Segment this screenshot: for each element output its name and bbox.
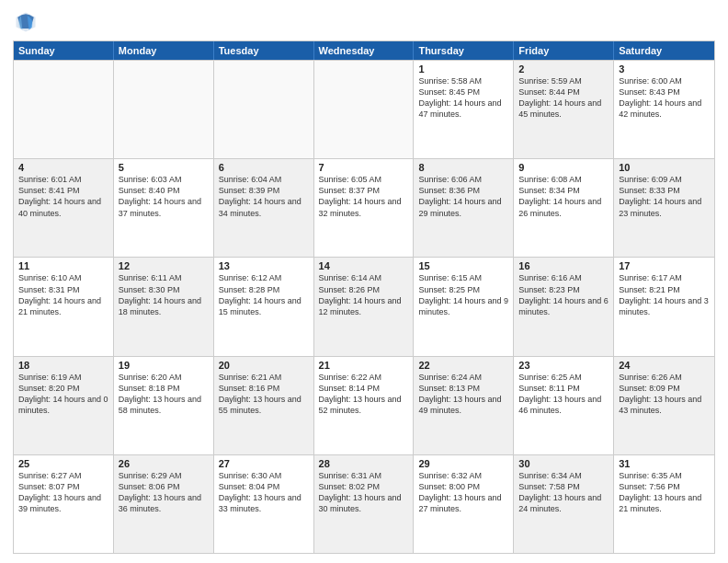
calendar-cell: 5Sunrise: 6:03 AM Sunset: 8:40 PM Daylig… [114, 159, 214, 257]
cell-info: Sunrise: 5:59 AM Sunset: 8:44 PM Dayligh… [518, 75, 609, 121]
calendar-cell: 19Sunrise: 6:20 AM Sunset: 8:18 PM Dayli… [114, 357, 214, 454]
cell-info: Sunrise: 6:10 AM Sunset: 8:31 PM Dayligh… [18, 272, 108, 317]
day-number: 23 [518, 360, 609, 371]
cell-info: Sunrise: 6:12 AM Sunset: 8:28 PM Dayligh… [219, 272, 309, 317]
cell-info: Sunrise: 6:05 AM Sunset: 8:37 PM Dayligh… [319, 174, 409, 219]
cell-info: Sunrise: 6:14 AM Sunset: 8:26 PM Dayligh… [319, 272, 409, 317]
day-number: 9 [518, 162, 609, 173]
day-number: 20 [219, 360, 309, 371]
cell-info: Sunrise: 6:30 AM Sunset: 8:04 PM Dayligh… [219, 470, 309, 515]
day-number: 1 [418, 63, 508, 75]
day-number: 10 [619, 162, 710, 173]
calendar-cell: 16Sunrise: 6:16 AM Sunset: 8:23 PM Dayli… [514, 258, 614, 355]
calendar-cell: 24Sunrise: 6:26 AM Sunset: 8:09 PM Dayli… [614, 357, 714, 454]
day-number: 30 [518, 458, 609, 469]
day-number: 28 [319, 458, 409, 469]
cell-info: Sunrise: 5:58 AM Sunset: 8:45 PM Dayligh… [418, 75, 508, 121]
cell-info: Sunrise: 6:01 AM Sunset: 8:41 PM Dayligh… [18, 174, 108, 219]
cell-info: Sunrise: 6:26 AM Sunset: 8:09 PM Dayligh… [619, 372, 710, 417]
cell-info: Sunrise: 6:03 AM Sunset: 8:40 PM Dayligh… [119, 174, 209, 219]
calendar-cell: 4Sunrise: 6:01 AM Sunset: 8:41 PM Daylig… [14, 159, 114, 257]
calendar-cell: 9Sunrise: 6:08 AM Sunset: 8:34 PM Daylig… [514, 159, 614, 257]
cell-info: Sunrise: 6:24 AM Sunset: 8:13 PM Dayligh… [418, 372, 508, 417]
calendar: SundayMondayTuesdayWednesdayThursdayFrid… [13, 40, 715, 554]
day-number: 18 [18, 360, 108, 371]
day-number: 26 [119, 458, 209, 469]
day-number: 5 [119, 162, 209, 173]
cell-info: Sunrise: 6:31 AM Sunset: 8:02 PM Dayligh… [319, 470, 409, 515]
cell-info: Sunrise: 6:21 AM Sunset: 8:16 PM Dayligh… [219, 372, 309, 417]
calendar-week-row: 25Sunrise: 6:27 AM Sunset: 8:07 PM Dayli… [14, 454, 714, 553]
cell-info: Sunrise: 6:16 AM Sunset: 8:23 PM Dayligh… [518, 272, 609, 317]
day-number: 14 [319, 260, 409, 271]
calendar-cell [14, 61, 114, 158]
calendar-cell: 1Sunrise: 5:58 AM Sunset: 8:45 PM Daylig… [414, 61, 514, 158]
calendar-week-row: 11Sunrise: 6:10 AM Sunset: 8:31 PM Dayli… [14, 257, 714, 355]
day-number: 7 [319, 162, 409, 173]
calendar-cell: 7Sunrise: 6:05 AM Sunset: 8:37 PM Daylig… [314, 159, 415, 257]
calendar-cell: 22Sunrise: 6:24 AM Sunset: 8:13 PM Dayli… [414, 357, 514, 454]
day-number: 31 [619, 458, 710, 469]
logo-icon [13, 9, 39, 35]
calendar-cell: 2Sunrise: 5:59 AM Sunset: 8:44 PM Daylig… [514, 61, 614, 158]
cell-info: Sunrise: 6:06 AM Sunset: 8:36 PM Dayligh… [418, 174, 508, 219]
cell-info: Sunrise: 6:11 AM Sunset: 8:30 PM Dayligh… [119, 272, 209, 317]
calendar-cell: 11Sunrise: 6:10 AM Sunset: 8:31 PM Dayli… [14, 258, 114, 355]
calendar-week-row: 18Sunrise: 6:19 AM Sunset: 8:20 PM Dayli… [14, 356, 714, 454]
cell-info: Sunrise: 6:25 AM Sunset: 8:11 PM Dayligh… [518, 372, 609, 417]
cell-info: Sunrise: 6:04 AM Sunset: 8:39 PM Dayligh… [219, 174, 309, 219]
day-number: 15 [418, 260, 508, 271]
day-number: 4 [18, 162, 108, 173]
day-number: 13 [219, 260, 309, 271]
calendar-day-header: Friday [514, 41, 614, 60]
cell-info: Sunrise: 6:17 AM Sunset: 8:21 PM Dayligh… [619, 272, 710, 317]
calendar-cell: 29Sunrise: 6:32 AM Sunset: 8:00 PM Dayli… [414, 455, 514, 553]
cell-info: Sunrise: 6:09 AM Sunset: 8:33 PM Dayligh… [619, 174, 710, 219]
calendar-cell: 13Sunrise: 6:12 AM Sunset: 8:28 PM Dayli… [214, 258, 314, 355]
calendar-day-header: Saturday [614, 41, 714, 60]
day-number: 24 [619, 360, 710, 371]
calendar-cell [314, 61, 415, 158]
cell-info: Sunrise: 6:00 AM Sunset: 8:43 PM Dayligh… [619, 75, 710, 121]
calendar-day-header: Wednesday [314, 41, 415, 60]
calendar-cell: 10Sunrise: 6:09 AM Sunset: 8:33 PM Dayli… [614, 159, 714, 257]
calendar-cell: 8Sunrise: 6:06 AM Sunset: 8:36 PM Daylig… [414, 159, 514, 257]
cell-info: Sunrise: 6:19 AM Sunset: 8:20 PM Dayligh… [18, 372, 108, 417]
calendar-body: 1Sunrise: 5:58 AM Sunset: 8:45 PM Daylig… [14, 60, 714, 553]
cell-info: Sunrise: 6:15 AM Sunset: 8:25 PM Dayligh… [418, 272, 508, 317]
calendar-header: SundayMondayTuesdayWednesdayThursdayFrid… [14, 41, 714, 60]
calendar-cell: 18Sunrise: 6:19 AM Sunset: 8:20 PM Dayli… [14, 357, 114, 454]
header [13, 9, 715, 35]
calendar-cell: 20Sunrise: 6:21 AM Sunset: 8:16 PM Dayli… [214, 357, 314, 454]
day-number: 19 [119, 360, 209, 371]
day-number: 3 [619, 63, 710, 75]
calendar-cell: 3Sunrise: 6:00 AM Sunset: 8:43 PM Daylig… [614, 61, 714, 158]
cell-info: Sunrise: 6:34 AM Sunset: 7:58 PM Dayligh… [518, 470, 609, 515]
calendar-cell: 15Sunrise: 6:15 AM Sunset: 8:25 PM Dayli… [414, 258, 514, 355]
cell-info: Sunrise: 6:20 AM Sunset: 8:18 PM Dayligh… [119, 372, 209, 417]
page: SundayMondayTuesdayWednesdayThursdayFrid… [0, 0, 728, 563]
day-number: 2 [518, 63, 609, 75]
cell-info: Sunrise: 6:27 AM Sunset: 8:07 PM Dayligh… [18, 470, 108, 515]
logo [13, 9, 42, 35]
calendar-day-header: Tuesday [214, 41, 314, 60]
day-number: 17 [619, 260, 710, 271]
calendar-cell [114, 61, 214, 158]
calendar-cell: 17Sunrise: 6:17 AM Sunset: 8:21 PM Dayli… [614, 258, 714, 355]
calendar-cell: 23Sunrise: 6:25 AM Sunset: 8:11 PM Dayli… [514, 357, 614, 454]
day-number: 12 [119, 260, 209, 271]
calendar-cell: 25Sunrise: 6:27 AM Sunset: 8:07 PM Dayli… [14, 455, 114, 553]
calendar-cell: 27Sunrise: 6:30 AM Sunset: 8:04 PM Dayli… [214, 455, 314, 553]
cell-info: Sunrise: 6:32 AM Sunset: 8:00 PM Dayligh… [418, 470, 508, 515]
day-number: 29 [418, 458, 508, 469]
day-number: 6 [219, 162, 309, 173]
day-number: 25 [18, 458, 108, 469]
calendar-cell [214, 61, 314, 158]
calendar-cell: 31Sunrise: 6:35 AM Sunset: 7:56 PM Dayli… [614, 455, 714, 553]
day-number: 21 [319, 360, 409, 371]
calendar-cell: 30Sunrise: 6:34 AM Sunset: 7:58 PM Dayli… [514, 455, 614, 553]
calendar-day-header: Sunday [14, 41, 114, 60]
cell-info: Sunrise: 6:22 AM Sunset: 8:14 PM Dayligh… [319, 372, 409, 417]
calendar-cell: 28Sunrise: 6:31 AM Sunset: 8:02 PM Dayli… [314, 455, 415, 553]
calendar-week-row: 1Sunrise: 5:58 AM Sunset: 8:45 PM Daylig… [14, 60, 714, 158]
